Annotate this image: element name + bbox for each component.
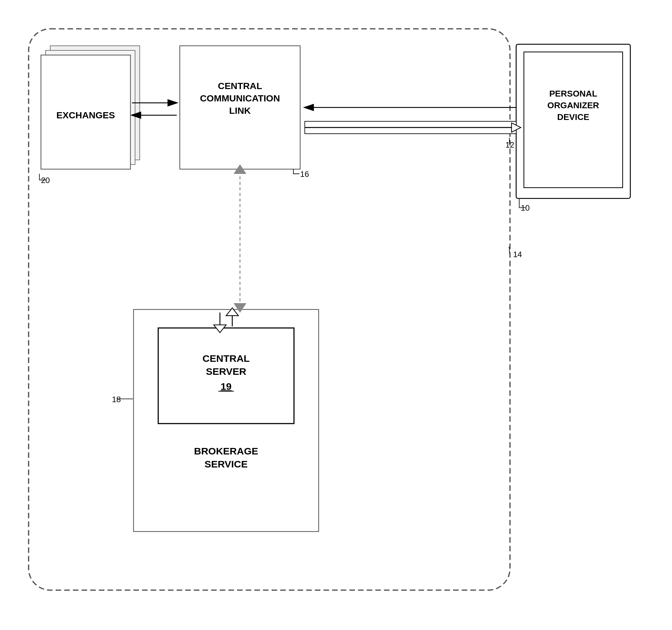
svg-text:14: 14 xyxy=(513,250,522,259)
svg-rect-17 xyxy=(134,309,319,531)
svg-text:LINK: LINK xyxy=(229,105,251,116)
svg-marker-36 xyxy=(512,123,521,132)
svg-rect-6 xyxy=(180,46,300,169)
svg-text:18: 18 xyxy=(112,395,121,404)
svg-marker-39 xyxy=(234,165,246,174)
svg-rect-18 xyxy=(158,328,294,424)
svg-marker-44 xyxy=(214,325,226,332)
svg-marker-34 xyxy=(305,121,516,134)
svg-rect-1 xyxy=(50,46,140,160)
svg-text:16: 16 xyxy=(300,170,309,178)
svg-text:CENTRAL: CENTRAL xyxy=(202,353,250,364)
svg-rect-11 xyxy=(516,44,630,198)
svg-text:SERVER: SERVER xyxy=(206,366,246,377)
svg-text:19: 19 xyxy=(220,381,232,392)
diagram-container: EXCHANGES 20 CENTRAL COMMUNICATION LINK … xyxy=(16,16,654,614)
svg-marker-42 xyxy=(226,308,238,316)
svg-text:EXCHANGES: EXCHANGES xyxy=(56,110,115,120)
svg-rect-12 xyxy=(524,52,623,187)
svg-text:COMMUNICATION: COMMUNICATION xyxy=(200,93,280,103)
svg-rect-2 xyxy=(46,50,135,165)
svg-text:SERVICE: SERVICE xyxy=(205,459,248,470)
svg-marker-40 xyxy=(234,303,246,312)
svg-text:DEVICE: DEVICE xyxy=(557,112,590,122)
svg-text:12: 12 xyxy=(505,141,514,149)
svg-text:BROKERAGE: BROKERAGE xyxy=(194,446,258,456)
svg-rect-0 xyxy=(29,29,510,590)
svg-text:PERSONAL: PERSONAL xyxy=(549,89,598,99)
svg-text:20: 20 xyxy=(41,176,50,185)
svg-text:10: 10 xyxy=(521,203,530,212)
svg-text:ORGANIZER: ORGANIZER xyxy=(547,100,599,110)
svg-rect-3 xyxy=(41,55,130,169)
svg-text:CENTRAL: CENTRAL xyxy=(218,81,262,91)
